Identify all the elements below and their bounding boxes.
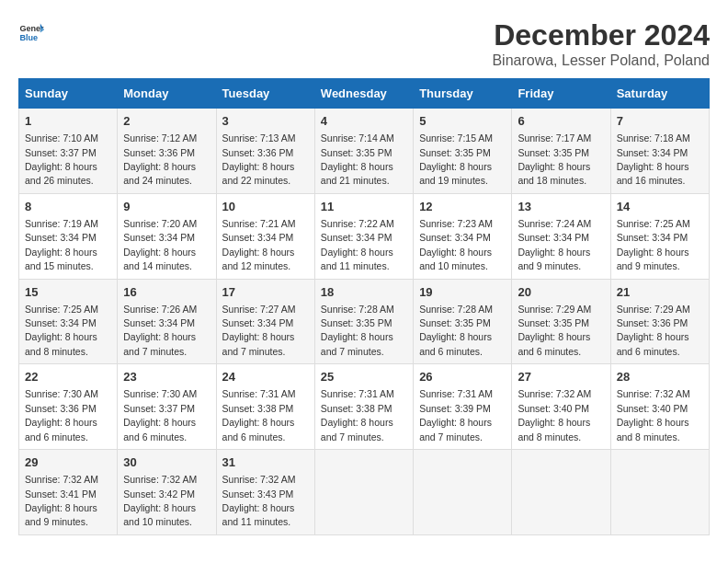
day-cell: 14 Sunrise: 7:25 AMSunset: 3:34 PMDaylig… xyxy=(610,193,709,279)
day-cell: 4 Sunrise: 7:14 AMSunset: 3:35 PMDayligh… xyxy=(314,109,413,194)
column-header-tuesday: Tuesday xyxy=(216,79,314,109)
day-number: 1 xyxy=(25,113,111,130)
day-number: 19 xyxy=(419,284,506,301)
day-number: 3 xyxy=(222,113,309,130)
day-number: 26 xyxy=(419,369,506,385)
day-cell: 17 Sunrise: 7:27 AMSunset: 3:34 PMDaylig… xyxy=(216,279,314,364)
day-cell xyxy=(610,450,709,535)
day-cell: 27 Sunrise: 7:32 AMSunset: 3:40 PMDaylig… xyxy=(512,364,610,450)
day-info: Sunrise: 7:19 AMSunset: 3:34 PMDaylight:… xyxy=(25,218,98,271)
day-number: 13 xyxy=(518,199,604,215)
title-area: December 2024 Binarowa, Lesser Poland, P… xyxy=(492,18,710,69)
day-cell: 28 Sunrise: 7:32 AMSunset: 3:40 PMDaylig… xyxy=(610,364,709,450)
day-number: 12 xyxy=(419,199,506,215)
day-info: Sunrise: 7:32 AMSunset: 3:43 PMDaylight:… xyxy=(222,474,296,527)
day-cell: 9 Sunrise: 7:20 AMSunset: 3:34 PMDayligh… xyxy=(118,193,216,279)
day-info: Sunrise: 7:30 AMSunset: 3:37 PMDaylight:… xyxy=(123,388,197,442)
day-info: Sunrise: 7:32 AMSunset: 3:42 PMDaylight:… xyxy=(123,474,197,527)
column-header-monday: Monday xyxy=(118,79,216,109)
day-info: Sunrise: 7:20 AMSunset: 3:34 PMDaylight:… xyxy=(123,218,197,271)
logo: General Blue xyxy=(18,18,44,44)
day-number: 15 xyxy=(25,284,111,301)
day-cell: 12 Sunrise: 7:23 AMSunset: 3:34 PMDaylig… xyxy=(414,193,512,279)
day-cell: 31 Sunrise: 7:32 AMSunset: 3:43 PMDaylig… xyxy=(216,450,314,535)
calendar-table: SundayMondayTuesdayWednesdayThursdayFrid… xyxy=(18,78,710,535)
day-info: Sunrise: 7:26 AMSunset: 3:34 PMDaylight:… xyxy=(123,304,197,357)
week-row-4: 22 Sunrise: 7:30 AMSunset: 3:36 PMDaylig… xyxy=(19,364,710,450)
day-cell: 21 Sunrise: 7:29 AMSunset: 3:36 PMDaylig… xyxy=(610,279,709,364)
column-header-sunday: Sunday xyxy=(19,79,118,109)
day-cell: 13 Sunrise: 7:24 AMSunset: 3:34 PMDaylig… xyxy=(512,193,610,279)
day-cell: 24 Sunrise: 7:31 AMSunset: 3:38 PMDaylig… xyxy=(216,364,314,450)
day-info: Sunrise: 7:25 AMSunset: 3:34 PMDaylight:… xyxy=(617,218,690,271)
day-number: 25 xyxy=(321,369,407,385)
svg-text:Blue: Blue xyxy=(19,33,38,42)
day-info: Sunrise: 7:24 AMSunset: 3:34 PMDaylight:… xyxy=(518,218,591,271)
day-number: 6 xyxy=(518,113,604,130)
day-info: Sunrise: 7:31 AMSunset: 3:38 PMDaylight:… xyxy=(321,388,394,442)
day-cell: 2 Sunrise: 7:12 AMSunset: 3:36 PMDayligh… xyxy=(118,109,216,194)
day-info: Sunrise: 7:18 AMSunset: 3:34 PMDaylight:… xyxy=(617,132,690,186)
day-cell: 22 Sunrise: 7:30 AMSunset: 3:36 PMDaylig… xyxy=(19,364,118,450)
day-info: Sunrise: 7:15 AMSunset: 3:35 PMDaylight:… xyxy=(419,132,493,186)
day-number: 4 xyxy=(321,113,407,130)
day-cell xyxy=(414,450,512,535)
day-number: 31 xyxy=(222,454,309,471)
column-header-wednesday: Wednesday xyxy=(314,79,413,109)
day-number: 28 xyxy=(617,369,703,385)
week-row-5: 29 Sunrise: 7:32 AMSunset: 3:41 PMDaylig… xyxy=(19,450,710,535)
day-cell: 5 Sunrise: 7:15 AMSunset: 3:35 PMDayligh… xyxy=(414,109,512,194)
day-number: 7 xyxy=(617,113,703,130)
day-cell: 1 Sunrise: 7:10 AMSunset: 3:37 PMDayligh… xyxy=(19,109,118,194)
day-number: 21 xyxy=(617,284,703,301)
day-cell xyxy=(512,450,610,535)
day-cell: 6 Sunrise: 7:17 AMSunset: 3:35 PMDayligh… xyxy=(512,109,610,194)
day-cell: 30 Sunrise: 7:32 AMSunset: 3:42 PMDaylig… xyxy=(118,450,216,535)
day-info: Sunrise: 7:25 AMSunset: 3:34 PMDaylight:… xyxy=(25,304,98,357)
day-info: Sunrise: 7:10 AMSunset: 3:37 PMDaylight:… xyxy=(25,132,98,186)
day-info: Sunrise: 7:14 AMSunset: 3:35 PMDaylight:… xyxy=(321,132,394,186)
day-cell: 8 Sunrise: 7:19 AMSunset: 3:34 PMDayligh… xyxy=(19,193,118,279)
day-cell: 26 Sunrise: 7:31 AMSunset: 3:39 PMDaylig… xyxy=(414,364,512,450)
day-number: 8 xyxy=(25,199,111,215)
day-number: 17 xyxy=(222,284,309,301)
day-cell: 23 Sunrise: 7:30 AMSunset: 3:37 PMDaylig… xyxy=(118,364,216,450)
week-row-2: 8 Sunrise: 7:19 AMSunset: 3:34 PMDayligh… xyxy=(19,193,710,279)
day-cell: 29 Sunrise: 7:32 AMSunset: 3:41 PMDaylig… xyxy=(19,450,118,535)
day-number: 29 xyxy=(25,454,111,471)
main-title: December 2024 xyxy=(492,18,710,52)
day-number: 22 xyxy=(25,369,111,385)
column-header-saturday: Saturday xyxy=(610,79,709,109)
day-info: Sunrise: 7:29 AMSunset: 3:35 PMDaylight:… xyxy=(518,304,591,357)
week-row-3: 15 Sunrise: 7:25 AMSunset: 3:34 PMDaylig… xyxy=(19,279,710,364)
day-number: 20 xyxy=(518,284,604,301)
day-cell: 18 Sunrise: 7:28 AMSunset: 3:35 PMDaylig… xyxy=(314,279,413,364)
day-info: Sunrise: 7:32 AMSunset: 3:41 PMDaylight:… xyxy=(25,474,98,527)
day-info: Sunrise: 7:12 AMSunset: 3:36 PMDaylight:… xyxy=(123,132,197,186)
day-cell: 10 Sunrise: 7:21 AMSunset: 3:34 PMDaylig… xyxy=(216,193,314,279)
column-header-friday: Friday xyxy=(512,79,610,109)
day-number: 27 xyxy=(518,369,604,385)
day-info: Sunrise: 7:21 AMSunset: 3:34 PMDaylight:… xyxy=(222,218,296,271)
day-cell xyxy=(314,450,413,535)
logo-icon: General Blue xyxy=(18,18,44,44)
week-row-1: 1 Sunrise: 7:10 AMSunset: 3:37 PMDayligh… xyxy=(19,109,710,194)
day-cell: 3 Sunrise: 7:13 AMSunset: 3:36 PMDayligh… xyxy=(216,109,314,194)
day-number: 11 xyxy=(321,199,407,215)
day-info: Sunrise: 7:30 AMSunset: 3:36 PMDaylight:… xyxy=(25,388,98,442)
day-cell: 16 Sunrise: 7:26 AMSunset: 3:34 PMDaylig… xyxy=(118,279,216,364)
day-number: 23 xyxy=(123,369,210,385)
day-number: 2 xyxy=(123,113,210,130)
day-info: Sunrise: 7:29 AMSunset: 3:36 PMDaylight:… xyxy=(617,304,690,357)
day-cell: 25 Sunrise: 7:31 AMSunset: 3:38 PMDaylig… xyxy=(314,364,413,450)
day-info: Sunrise: 7:23 AMSunset: 3:34 PMDaylight:… xyxy=(419,218,493,271)
day-cell: 20 Sunrise: 7:29 AMSunset: 3:35 PMDaylig… xyxy=(512,279,610,364)
day-info: Sunrise: 7:27 AMSunset: 3:34 PMDaylight:… xyxy=(222,304,296,357)
day-number: 18 xyxy=(321,284,407,301)
day-cell: 19 Sunrise: 7:28 AMSunset: 3:35 PMDaylig… xyxy=(414,279,512,364)
day-cell: 15 Sunrise: 7:25 AMSunset: 3:34 PMDaylig… xyxy=(19,279,118,364)
day-info: Sunrise: 7:28 AMSunset: 3:35 PMDaylight:… xyxy=(419,304,493,357)
day-number: 24 xyxy=(222,369,309,385)
day-info: Sunrise: 7:31 AMSunset: 3:39 PMDaylight:… xyxy=(419,388,493,442)
day-info: Sunrise: 7:13 AMSunset: 3:36 PMDaylight:… xyxy=(222,132,296,186)
